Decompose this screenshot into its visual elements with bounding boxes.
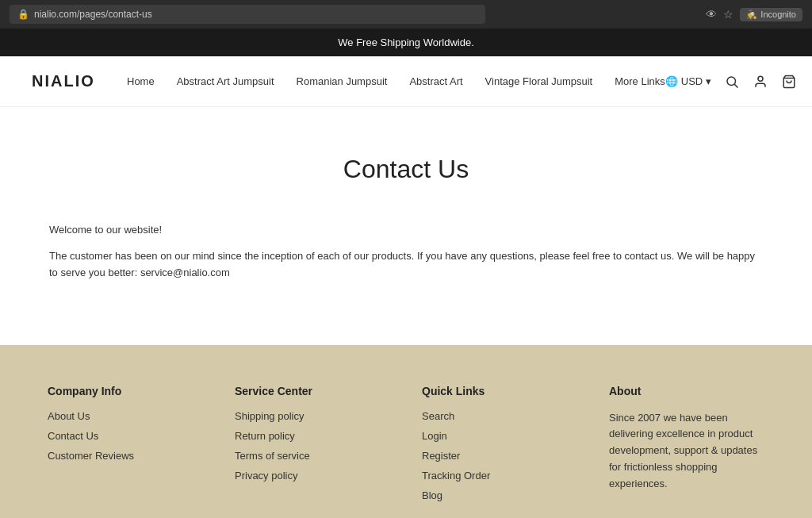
footer-columns: Company Info About Us Contact Us Custome… <box>48 385 764 509</box>
currency-label: USD <box>681 75 703 87</box>
star-icon[interactable]: ☆ <box>723 8 733 21</box>
site-header: NIALIO Home Abstract Art Jumpsuit Romani… <box>0 56 812 107</box>
chevron-down-icon: ▾ <box>706 75 711 87</box>
description-text: The customer has been on our mind since … <box>49 248 763 282</box>
incognito-icon: 🕵 <box>746 10 757 20</box>
nav-vintage-floral-jumpsuit[interactable]: Vintage Floral Jumpsuit <box>485 75 593 87</box>
browser-icon-group: 👁 ☆ 🕵 Incognito <box>706 8 802 21</box>
account-icon[interactable] <box>753 74 768 90</box>
nav-abstract-art[interactable]: Abstract Art <box>409 75 462 87</box>
eye-slash-icon[interactable]: 👁 <box>706 8 717 21</box>
nav-romanian-jumpsuit[interactable]: Romanian Jumpsuit <box>297 75 388 87</box>
incognito-button[interactable]: 🕵 Incognito <box>740 8 802 21</box>
footer-search[interactable]: Search <box>422 410 577 422</box>
url-text: nialio.com/pages/contact-us <box>34 9 152 20</box>
svg-line-1 <box>735 84 738 87</box>
announcement-bar: We Free Shipping Worldwide. <box>0 29 812 56</box>
main-nav: Home Abstract Art Jumpsuit Romanian Jump… <box>127 75 665 87</box>
url-bar[interactable]: 🔒 nialio.com/pages/contact-us <box>10 5 485 24</box>
footer-contact-us[interactable]: Contact Us <box>48 430 203 442</box>
announcement-text: We Free Shipping Worldwide. <box>338 36 474 48</box>
footer-shipping-policy[interactable]: Shipping policy <box>235 410 390 422</box>
cart-icon[interactable] <box>781 74 797 90</box>
footer-register[interactable]: Register <box>422 450 577 462</box>
page-title: Contact Us <box>32 155 780 184</box>
welcome-text: Welcome to our website! <box>49 224 763 236</box>
footer-privacy-policy[interactable]: Privacy policy <box>235 470 390 482</box>
svg-point-2 <box>758 76 763 81</box>
footer-about-description: Since 2007 we have been delivering excel… <box>609 410 764 493</box>
footer-col-quick: Quick Links Search Login Register Tracki… <box>422 385 577 509</box>
footer-about-title: About <box>609 385 764 397</box>
footer-terms-of-service[interactable]: Terms of service <box>235 450 390 462</box>
footer-col-about: About Since 2007 we have been delivering… <box>609 385 764 509</box>
nav-home[interactable]: Home <box>127 75 155 87</box>
content-body: Welcome to our website! The customer has… <box>49 224 763 282</box>
footer-quick-title: Quick Links <box>422 385 577 397</box>
footer-login[interactable]: Login <box>422 430 577 442</box>
footer-tracking-order[interactable]: Tracking Order <box>422 470 577 482</box>
header-actions: 🌐 USD ▾ <box>665 74 797 90</box>
site-logo[interactable]: NIALIO <box>32 72 95 90</box>
site-footer: Company Info About Us Contact Us Custome… <box>0 345 812 518</box>
svg-point-0 <box>727 77 736 86</box>
footer-col-company: Company Info About Us Contact Us Custome… <box>48 385 203 509</box>
nav-abstract-art-jumpsuit[interactable]: Abstract Art Jumpsuit <box>177 75 274 87</box>
footer-company-title: Company Info <box>48 385 203 397</box>
globe-icon: 🌐 <box>665 75 678 87</box>
currency-selector[interactable]: 🌐 USD ▾ <box>665 75 711 87</box>
footer-customer-reviews[interactable]: Customer Reviews <box>48 450 203 462</box>
footer-about-us[interactable]: About Us <box>48 410 203 422</box>
footer-service-title: Service Center <box>235 385 390 397</box>
search-icon[interactable] <box>724 74 740 90</box>
main-content: Contact Us Welcome to our website! The c… <box>0 107 812 345</box>
browser-chrome: 🔒 nialio.com/pages/contact-us 👁 ☆ 🕵 Inco… <box>0 0 812 29</box>
nav-more-links[interactable]: More Links <box>615 75 665 87</box>
incognito-label: Incognito <box>760 10 796 19</box>
footer-return-policy[interactable]: Return policy <box>235 430 390 442</box>
footer-col-service: Service Center Shipping policy Return po… <box>235 385 390 509</box>
footer-blog[interactable]: Blog <box>422 489 577 501</box>
